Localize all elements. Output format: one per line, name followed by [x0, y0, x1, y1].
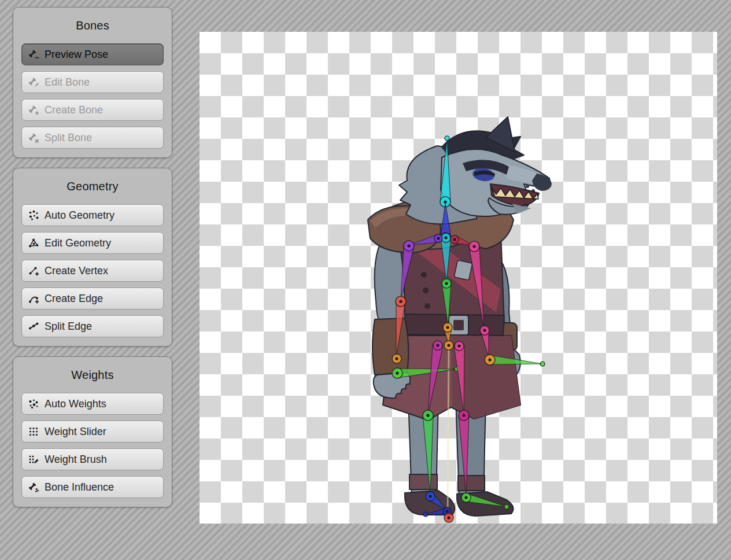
auto-geometry-icon [28, 209, 39, 221]
weight-brush-icon [28, 454, 39, 465]
tool-button-split-bone: Split Bone [21, 127, 164, 149]
edit-geometry-icon [28, 237, 39, 249]
create-edge-icon [28, 293, 39, 304]
tool-button-label: Edit Bone [45, 76, 90, 89]
edit-bone-icon [28, 76, 39, 88]
tool-button-label: Create Bone [45, 104, 103, 116]
tool-button-edit-bone: Edit Bone [21, 71, 164, 93]
tool-button-label: Create Vertex [45, 265, 108, 277]
tool-button-edit-geometry[interactable]: Edit Geometry [21, 232, 164, 254]
tool-button-create-edge[interactable]: Create Edge [21, 288, 164, 310]
tool-button-auto-geometry[interactable]: Auto Geometry [21, 204, 164, 226]
bones-panel-title: Bones [13, 18, 172, 33]
auto-weights-icon [28, 398, 39, 410]
tool-button-weight-slider[interactable]: Weight Slider [21, 421, 164, 443]
tool-button-label: Split Edge [45, 320, 92, 333]
tool-button-preview-pose[interactable]: Preview Pose [21, 43, 164, 65]
canvas-viewport[interactable] [200, 32, 717, 524]
tool-button-label: Preview Pose [45, 49, 108, 61]
tool-button-create-bone: Create Bone [21, 99, 164, 121]
tool-button-create-vertex[interactable]: Create Vertex [21, 260, 164, 282]
skinning-editor-window: Bones Preview PoseEdit BoneCreate BoneSp… [0, 0, 731, 560]
preview-pose-icon [28, 49, 39, 60]
weight-slider-icon [28, 426, 39, 437]
tool-button-auto-weights[interactable]: Auto Weights [21, 393, 164, 415]
tool-button-label: Auto Geometry [45, 209, 115, 222]
bone-influence-icon [28, 481, 39, 493]
split-bone-icon [28, 132, 39, 143]
tool-button-label: Edit Geometry [45, 237, 111, 249]
tool-button-label: Auto Weights [45, 398, 106, 410]
geometry-panel: Geometry Auto GeometryEdit GeometryCreat… [13, 168, 172, 347]
weights-panel-title: Weights [13, 367, 172, 382]
split-edge-icon [28, 320, 39, 332]
tool-button-bone-influence[interactable]: Bone Influence [21, 476, 164, 498]
tool-button-label: Weight Slider [45, 426, 106, 438]
create-vertex-icon [28, 265, 39, 277]
tool-button-label: Weight Brush [45, 454, 107, 466]
geometry-panel-title: Geometry [13, 179, 172, 194]
create-bone-icon [28, 104, 39, 116]
tool-button-label: Bone Influence [45, 481, 114, 493]
tool-button-weight-brush[interactable]: Weight Brush [21, 448, 164, 470]
tool-button-label: Create Edge [45, 293, 103, 305]
weights-panel: Weights Auto WeightsWeight SliderWeight … [13, 356, 172, 507]
tool-button-label: Split Bone [45, 132, 92, 144]
bones-panel: Bones Preview PoseEdit BoneCreate BoneSp… [13, 7, 172, 158]
tool-button-split-edge[interactable]: Split Edge [21, 315, 164, 337]
